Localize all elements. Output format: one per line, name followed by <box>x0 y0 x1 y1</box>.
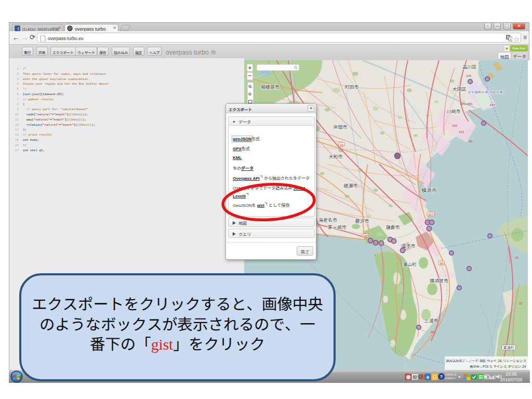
svg-text:綾瀬市: 綾瀬市 <box>343 183 357 189</box>
svg-text:三浦市: 三浦市 <box>424 318 438 324</box>
svg-text:川崎市: 川崎市 <box>446 109 460 114</box>
svg-text:座間市: 座間市 <box>333 125 347 130</box>
svg-text:+: + <box>248 65 251 71</box>
svg-text:東京国際空港(羽田空港): 東京国際空港(羽田空港) <box>468 90 503 95</box>
svg-text:e: e <box>427 374 430 380</box>
svg-text:153: 153 <box>459 130 464 134</box>
svg-text:624: 624 <box>490 103 496 107</box>
svg-text:22: 22 <box>519 302 523 305</box>
svg-text:大和市: 大和市 <box>328 154 342 159</box>
svg-text:横須賀市: 横須賀市 <box>430 278 448 284</box>
svg-text:105: 105 <box>466 74 472 77</box>
svg-text:155: 155 <box>452 124 458 127</box>
svg-text:町田市: 町田市 <box>344 85 358 90</box>
svg-text:葉山町: 葉山町 <box>403 262 417 267</box>
svg-text:横浜市: 横浜市 <box>421 188 437 193</box>
svg-text:16: 16 <box>340 143 343 147</box>
svg-text:A: A <box>509 38 511 41</box>
svg-text:−: − <box>248 73 251 78</box>
svg-text:357: 357 <box>428 213 434 216</box>
svg-text:134: 134 <box>363 234 367 237</box>
svg-text:鎌倉市: 鎌倉市 <box>385 224 400 230</box>
svg-text:大田区: 大田区 <box>452 87 466 92</box>
svg-text:82: 82 <box>469 140 473 143</box>
svg-text:?: ? <box>440 374 443 379</box>
svg-text:36: 36 <box>440 262 443 265</box>
svg-text:681+681: 681+681 <box>460 102 473 105</box>
svg-text:91: 91 <box>515 256 519 259</box>
svg-text:26: 26 <box>431 330 434 334</box>
svg-text:茅ヶ崎市: 茅ヶ崎市 <box>328 225 347 230</box>
svg-text:富浦町: 富浦町 <box>503 346 514 350</box>
svg-text:品川区: 品川区 <box>462 64 476 70</box>
svg-text:藤沢市: 藤沢市 <box>355 219 369 224</box>
svg-text:相模原市: 相模原市 <box>261 85 280 90</box>
